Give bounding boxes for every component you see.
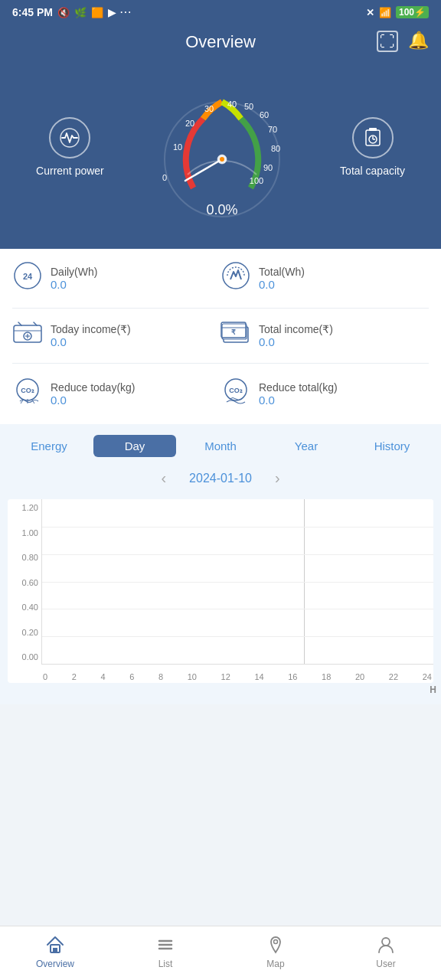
tab-history[interactable]: History	[351, 435, 433, 457]
nav-map-label: Map	[266, 959, 284, 969]
total-value: 0.0	[259, 278, 305, 291]
xlabel-20: 20	[355, 673, 364, 681]
total-income-icon: ₹	[220, 321, 251, 351]
total-capacity-icon-circle	[352, 117, 394, 158]
wifi-icon: 📶	[379, 7, 391, 18]
stat-total: Total(Wh) 0.0	[220, 261, 429, 296]
svg-text:70: 70	[268, 125, 277, 134]
xlabel-16: 16	[288, 673, 297, 681]
grid-line-5	[42, 636, 433, 637]
chart-section: Energy Day Month Year History ‹ 2024-01-…	[0, 424, 441, 704]
svg-text:40: 40	[227, 100, 237, 109]
mute-icon: 🔇	[57, 7, 70, 18]
xlabel-0: 0	[43, 673, 47, 681]
reduce-total-label: Reduce total(kg)	[259, 381, 338, 394]
xlabel-8: 8	[158, 673, 163, 681]
total-energy-icon	[220, 261, 251, 296]
xlabel-14: 14	[254, 673, 263, 681]
prev-date-button[interactable]: ‹	[153, 469, 174, 487]
app-icon-1: 🌿	[74, 7, 87, 18]
stat-total-income-text: Total income(₹) 0.0	[259, 323, 333, 348]
today-income-icon	[12, 321, 43, 351]
list-icon	[155, 934, 176, 956]
chart-area: 0.00 0.20 0.40 0.60 0.80 1.00 1.20	[8, 499, 433, 683]
home-icon	[44, 934, 66, 956]
xlabel-6: 6	[129, 673, 134, 681]
tab-energy[interactable]: Energy	[8, 435, 90, 457]
xlabel-2: 2	[72, 673, 77, 681]
svg-text:20: 20	[185, 119, 194, 128]
nav-map[interactable]: Map	[220, 934, 331, 969]
xlabel-4: 4	[100, 673, 105, 681]
grid-line-1	[42, 527, 433, 528]
svg-point-15	[220, 157, 224, 162]
svg-text:₹: ₹	[231, 328, 236, 336]
grid-line-3	[42, 582, 433, 583]
svg-text:80: 80	[271, 144, 280, 153]
ylabel-080: 0.80	[11, 554, 38, 562]
gauge-svg: 0 10 20 30 40 50 60 70 80 90 100	[145, 75, 299, 198]
xlabel-12: 12	[221, 673, 230, 681]
page-title: Overview	[12, 32, 429, 52]
total-capacity-label: Total capacity	[340, 165, 405, 177]
daily-icon: 24	[12, 261, 43, 296]
status-bar: 6:45 PM 🔇 🌿 🟧 ▶ ··· ✕ 📶 100⚡	[0, 0, 441, 24]
nav-user-label: User	[376, 959, 395, 969]
expand-icon[interactable]: ⛶	[377, 31, 398, 52]
stat-row-energy: 24 Daily(Wh) 0.0 Total(Wh)	[12, 249, 429, 309]
nav-list-label: List	[158, 959, 173, 969]
chart-plot	[41, 499, 433, 665]
hero-section: Current power	[0, 67, 441, 249]
ylabel-0: 0.00	[11, 653, 38, 662]
svg-text:24: 24	[23, 272, 33, 281]
svg-text:10: 10	[173, 142, 182, 152]
today-income-label: Today income(₹)	[51, 323, 131, 335]
tab-year[interactable]: Year	[265, 435, 348, 457]
daily-value: 0.0	[51, 278, 97, 291]
reduce-total-icon: CO₂	[220, 376, 251, 412]
reduce-today-icon: CO₂	[12, 376, 43, 412]
ylabel-020: 0.20	[11, 629, 38, 637]
total-income-value: 0.0	[259, 335, 333, 348]
gauge-value: 0.0%	[206, 202, 237, 218]
svg-text:100: 100	[250, 176, 263, 185]
total-capacity-item[interactable]: Total capacity	[340, 117, 405, 177]
svg-text:90: 90	[263, 163, 273, 172]
stat-total-income: ₹ Total income(₹) 0.0	[220, 321, 429, 351]
svg-text:0: 0	[162, 173, 167, 182]
chart-xaxis: 0 2 4 6 8 10 12 14 16 18 20 22 24	[41, 673, 433, 681]
svg-text:30: 30	[204, 104, 214, 113]
battery-indicator: 100⚡	[396, 6, 429, 18]
notification-icon[interactable]: 🔔	[407, 31, 429, 52]
bottom-nav: Overview List Map User	[0, 926, 441, 980]
xlabel-18: 18	[322, 673, 331, 681]
tab-month[interactable]: Month	[179, 435, 262, 457]
chart-nav: ‹ 2024-01-10 ›	[0, 465, 441, 492]
stat-today-income-text: Today income(₹) 0.0	[51, 323, 131, 348]
nav-user[interactable]: User	[331, 934, 441, 969]
next-date-button[interactable]: ›	[267, 469, 288, 487]
tab-day[interactable]: Day	[93, 435, 176, 457]
grid-line-4	[42, 609, 433, 609]
app-header: Overview ⛶ 🔔	[0, 24, 441, 67]
xlabel-22: 22	[389, 673, 398, 681]
stat-reduce-today: CO₂ Reduce today(kg) 0.0	[12, 376, 220, 412]
chart-date: 2024-01-10	[189, 472, 252, 485]
grid-line-2	[42, 554, 433, 555]
capacity-icon	[362, 127, 384, 149]
nav-overview[interactable]: Overview	[0, 934, 110, 969]
more-icon: ···	[120, 7, 132, 18]
nav-list[interactable]: List	[110, 934, 220, 969]
svg-rect-42	[53, 948, 57, 952]
daily-label: Daily(Wh)	[51, 266, 97, 278]
ylabel-040: 0.40	[11, 603, 38, 612]
chart-unit: H	[0, 683, 441, 697]
app-icon-2: 🟧	[91, 7, 103, 18]
stat-row-co2: CO₂ Reduce today(kg) 0.0 CO₂	[12, 364, 429, 424]
ylabel-120: 1.20	[11, 504, 38, 512]
user-icon	[375, 934, 397, 956]
total-income-label: Total income(₹)	[259, 323, 333, 335]
current-power-item[interactable]: Current power	[36, 117, 104, 177]
xlabel-10: 10	[188, 673, 197, 681]
reduce-today-label: Reduce today(kg)	[51, 381, 136, 394]
